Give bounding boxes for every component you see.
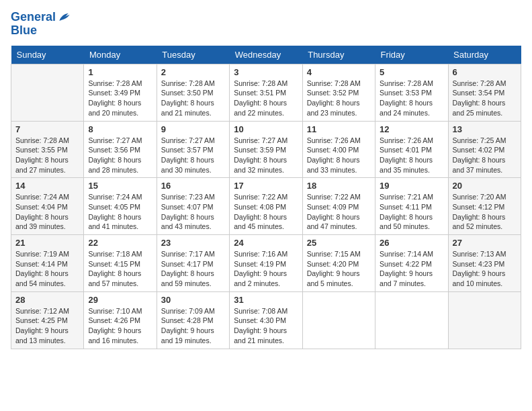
- week-row-3: 14Sunrise: 7:24 AMSunset: 4:04 PMDayligh…: [11, 178, 521, 235]
- calendar-cell: 5Sunrise: 7:28 AMSunset: 3:53 PMDaylight…: [375, 64, 448, 121]
- day-number: 19: [380, 181, 443, 191]
- day-number: 15: [88, 181, 152, 191]
- day-number: 13: [453, 124, 517, 134]
- calendar-cell: 7Sunrise: 7:28 AMSunset: 3:55 PMDaylight…: [11, 121, 84, 178]
- calendar-cell: 29Sunrise: 7:10 AMSunset: 4:26 PMDayligh…: [84, 291, 157, 349]
- calendar-cell: 23Sunrise: 7:17 AMSunset: 4:17 PMDayligh…: [157, 235, 229, 292]
- logo-bird-icon: [57, 11, 71, 24]
- day-info: Sunrise: 7:08 AMSunset: 4:30 PMDaylight:…: [234, 306, 298, 346]
- day-number: 27: [453, 238, 517, 248]
- day-number: 12: [380, 124, 443, 134]
- calendar-cell: 19Sunrise: 7:21 AMSunset: 4:11 PMDayligh…: [375, 178, 448, 235]
- day-info: Sunrise: 7:26 AMSunset: 4:01 PMDaylight:…: [380, 136, 443, 175]
- calendar-cell: 16Sunrise: 7:23 AMSunset: 4:07 PMDayligh…: [157, 178, 229, 235]
- day-number: 14: [15, 181, 79, 191]
- calendar-cell: 1Sunrise: 7:28 AMSunset: 3:49 PMDaylight…: [84, 64, 157, 121]
- weekday-header-wednesday: Wednesday: [230, 46, 302, 64]
- day-info: Sunrise: 7:21 AMSunset: 4:11 PMDaylight:…: [380, 192, 443, 232]
- calendar-cell: [302, 291, 375, 349]
- logo-text: General: [11, 11, 56, 24]
- day-number: 24: [234, 238, 298, 248]
- day-number: 20: [453, 181, 517, 191]
- day-info: Sunrise: 7:26 AMSunset: 4:00 PMDaylight:…: [307, 136, 371, 175]
- day-info: Sunrise: 7:18 AMSunset: 4:15 PMDaylight:…: [88, 249, 152, 289]
- calendar-table: SundayMondayTuesdayWednesdayThursdayFrid…: [11, 46, 521, 349]
- week-row-1: 1Sunrise: 7:28 AMSunset: 3:49 PMDaylight…: [11, 64, 521, 121]
- day-info: Sunrise: 7:23 AMSunset: 4:07 PMDaylight:…: [161, 192, 225, 232]
- day-info: Sunrise: 7:24 AMSunset: 4:04 PMDaylight:…: [15, 192, 79, 232]
- day-number: 17: [234, 181, 298, 191]
- calendar-cell: 14Sunrise: 7:24 AMSunset: 4:04 PMDayligh…: [11, 178, 84, 235]
- day-number: 23: [161, 238, 225, 248]
- calendar-cell: 20Sunrise: 7:20 AMSunset: 4:12 PMDayligh…: [448, 178, 521, 235]
- day-info: Sunrise: 7:19 AMSunset: 4:14 PMDaylight:…: [15, 249, 79, 289]
- day-info: Sunrise: 7:27 AMSunset: 3:59 PMDaylight:…: [234, 136, 298, 175]
- day-number: 21: [15, 238, 79, 248]
- weekday-header-sunday: Sunday: [11, 46, 84, 64]
- day-info: Sunrise: 7:24 AMSunset: 4:05 PMDaylight:…: [88, 192, 152, 232]
- calendar-cell: 10Sunrise: 7:27 AMSunset: 3:59 PMDayligh…: [230, 121, 302, 178]
- day-info: Sunrise: 7:14 AMSunset: 4:22 PMDaylight:…: [380, 249, 443, 289]
- day-info: Sunrise: 7:10 AMSunset: 4:26 PMDaylight:…: [88, 306, 152, 346]
- day-number: 30: [161, 295, 225, 305]
- calendar-cell: 25Sunrise: 7:15 AMSunset: 4:20 PMDayligh…: [302, 235, 375, 292]
- day-info: Sunrise: 7:28 AMSunset: 3:53 PMDaylight:…: [380, 79, 443, 118]
- day-info: Sunrise: 7:22 AMSunset: 4:08 PMDaylight:…: [234, 192, 298, 232]
- weekday-header-saturday: Saturday: [448, 46, 521, 64]
- day-info: Sunrise: 7:28 AMSunset: 3:50 PMDaylight:…: [161, 79, 225, 118]
- day-number: 28: [15, 295, 79, 305]
- page-header: General Blue: [11, 11, 521, 38]
- day-number: 6: [453, 67, 517, 77]
- day-number: 2: [161, 67, 225, 77]
- calendar-cell: 30Sunrise: 7:09 AMSunset: 4:28 PMDayligh…: [157, 291, 229, 349]
- day-number: 22: [88, 238, 152, 248]
- day-info: Sunrise: 7:27 AMSunset: 3:56 PMDaylight:…: [88, 136, 152, 175]
- day-info: Sunrise: 7:13 AMSunset: 4:23 PMDaylight:…: [453, 249, 517, 289]
- day-info: Sunrise: 7:27 AMSunset: 3:57 PMDaylight:…: [161, 136, 225, 175]
- calendar-cell: 4Sunrise: 7:28 AMSunset: 3:52 PMDaylight…: [302, 64, 375, 121]
- day-info: Sunrise: 7:15 AMSunset: 4:20 PMDaylight:…: [307, 249, 371, 289]
- calendar-cell: 31Sunrise: 7:08 AMSunset: 4:30 PMDayligh…: [230, 291, 302, 349]
- day-info: Sunrise: 7:28 AMSunset: 3:54 PMDaylight:…: [453, 79, 517, 118]
- day-number: 16: [161, 181, 225, 191]
- day-number: 9: [161, 124, 225, 134]
- weekday-header-monday: Monday: [84, 46, 157, 64]
- calendar-cell: 26Sunrise: 7:14 AMSunset: 4:22 PMDayligh…: [375, 235, 448, 292]
- calendar-cell: 9Sunrise: 7:27 AMSunset: 3:57 PMDaylight…: [157, 121, 229, 178]
- calendar-cell: 13Sunrise: 7:25 AMSunset: 4:02 PMDayligh…: [448, 121, 521, 178]
- day-number: 18: [307, 181, 371, 191]
- weekday-header-thursday: Thursday: [302, 46, 375, 64]
- calendar-cell: 15Sunrise: 7:24 AMSunset: 4:05 PMDayligh…: [84, 178, 157, 235]
- day-info: Sunrise: 7:28 AMSunset: 3:51 PMDaylight:…: [234, 79, 298, 118]
- calendar-cell: 22Sunrise: 7:18 AMSunset: 4:15 PMDayligh…: [84, 235, 157, 292]
- day-number: 10: [234, 124, 298, 134]
- weekday-header-tuesday: Tuesday: [157, 46, 229, 64]
- day-number: 11: [307, 124, 371, 134]
- day-number: 26: [380, 238, 443, 248]
- day-number: 1: [88, 67, 152, 77]
- calendar-cell: 27Sunrise: 7:13 AMSunset: 4:23 PMDayligh…: [448, 235, 521, 292]
- day-number: 5: [380, 67, 443, 77]
- day-info: Sunrise: 7:28 AMSunset: 3:49 PMDaylight:…: [88, 79, 152, 118]
- day-info: Sunrise: 7:25 AMSunset: 4:02 PMDaylight:…: [453, 136, 517, 175]
- calendar-cell: 17Sunrise: 7:22 AMSunset: 4:08 PMDayligh…: [230, 178, 302, 235]
- day-number: 8: [88, 124, 152, 134]
- logo: General Blue: [11, 11, 71, 38]
- calendar-cell: 11Sunrise: 7:26 AMSunset: 4:00 PMDayligh…: [302, 121, 375, 178]
- day-number: 25: [307, 238, 371, 248]
- calendar-cell: [448, 291, 521, 349]
- day-number: 4: [307, 67, 371, 77]
- calendar-cell: 2Sunrise: 7:28 AMSunset: 3:50 PMDaylight…: [157, 64, 229, 121]
- day-number: 29: [88, 295, 152, 305]
- logo-text-blue: Blue: [11, 24, 71, 38]
- weekday-header-friday: Friday: [375, 46, 448, 64]
- week-row-2: 7Sunrise: 7:28 AMSunset: 3:55 PMDaylight…: [11, 121, 521, 178]
- calendar-cell: 28Sunrise: 7:12 AMSunset: 4:25 PMDayligh…: [11, 291, 84, 349]
- week-row-5: 28Sunrise: 7:12 AMSunset: 4:25 PMDayligh…: [11, 291, 521, 349]
- day-info: Sunrise: 7:12 AMSunset: 4:25 PMDaylight:…: [15, 306, 79, 346]
- calendar-cell: [375, 291, 448, 349]
- calendar-cell: 18Sunrise: 7:22 AMSunset: 4:09 PMDayligh…: [302, 178, 375, 235]
- calendar-cell: 12Sunrise: 7:26 AMSunset: 4:01 PMDayligh…: [375, 121, 448, 178]
- day-info: Sunrise: 7:28 AMSunset: 3:55 PMDaylight:…: [15, 136, 79, 175]
- calendar-cell: 21Sunrise: 7:19 AMSunset: 4:14 PMDayligh…: [11, 235, 84, 292]
